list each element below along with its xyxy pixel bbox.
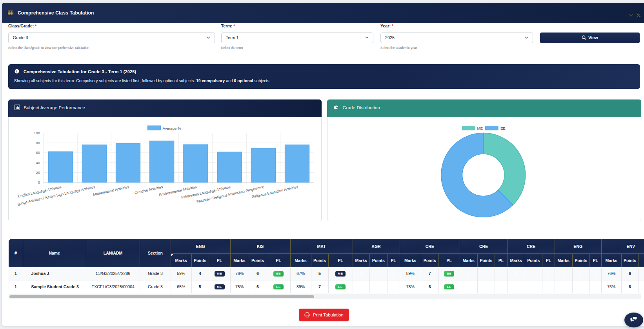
svg-text:60: 60 [36, 150, 40, 155]
svg-text:40: 40 [36, 161, 40, 165]
svg-text:EE: EE [500, 126, 506, 130]
svg-text:0: 0 [38, 180, 40, 184]
svg-text:20: 20 [36, 170, 40, 175]
svg-text:Average %: Average % [163, 126, 181, 130]
svg-text:ME: ME [477, 126, 483, 130]
svg-text:100: 100 [34, 131, 40, 135]
svg-text:80: 80 [36, 141, 40, 145]
svg-text:Mathematical Activities: Mathematical Activities [93, 185, 129, 197]
